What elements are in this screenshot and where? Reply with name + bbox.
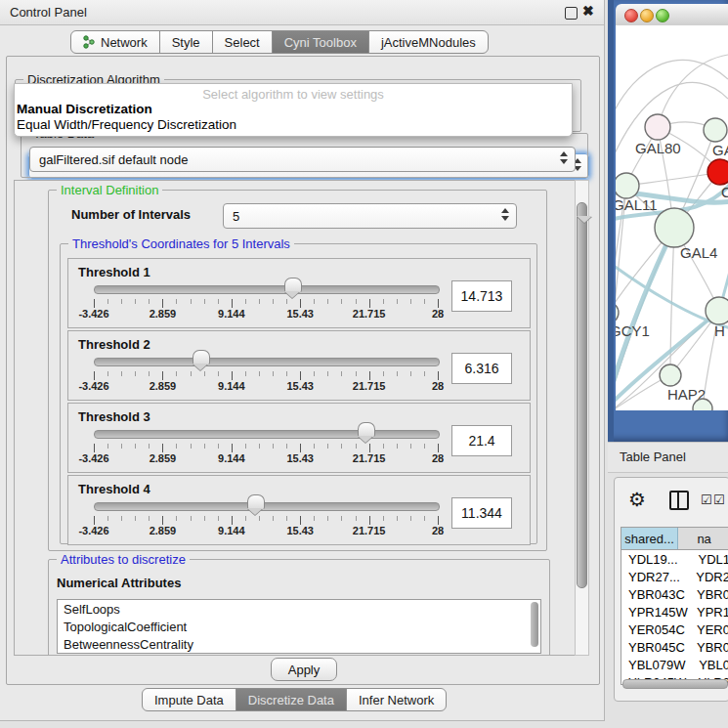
popup-option-manual-discretization[interactable]: Manual Discretization: [17, 102, 152, 116]
number-of-intervals-combobox[interactable]: 5: [223, 203, 517, 229]
threshold-value-field[interactable]: 21.4: [451, 425, 512, 456]
network-node-label: GA: [712, 142, 728, 158]
table-row[interactable]: YBR045CYBR0: [621, 638, 728, 656]
network-node[interactable]: [616, 302, 619, 323]
thresholds-list: Threshold 1-3.4262.8599.14415.4321.71528…: [67, 258, 531, 547]
float-window-icon[interactable]: [565, 7, 578, 20]
slider-track[interactable]: [94, 502, 440, 511]
network-node[interactable]: [655, 208, 694, 247]
number-of-intervals-value: 5: [233, 209, 239, 224]
table-row[interactable]: YPR145WYPR1: [621, 603, 728, 621]
tick-label: -3.426: [78, 525, 108, 536]
panel-scrollbar[interactable]: [575, 180, 589, 656]
network-node-label: GCY1: [616, 322, 650, 339]
mac-close-button[interactable]: [624, 9, 638, 22]
table-cell: YDL19...: [621, 552, 695, 567]
table-row[interactable]: YER054CYER0: [621, 621, 728, 638]
list-scrollbar[interactable]: [531, 602, 538, 647]
tab-jactivemnodules[interactable]: jActiveMNodules: [368, 30, 489, 54]
tick-label: 21.715: [353, 525, 386, 536]
slider-track[interactable]: [94, 285, 440, 294]
network-node[interactable]: [704, 118, 727, 142]
group-title: Threshold's Coordinates for 5 Intervals: [68, 236, 294, 251]
table-row[interactable]: YDR27...YDR2: [621, 568, 728, 585]
attributes-group: Attributes to discretize Numerical Attri…: [48, 559, 550, 656]
table-row[interactable]: YBR043CYBR0: [621, 585, 728, 603]
slider-thumb[interactable]: [247, 494, 265, 509]
threshold-value-field[interactable]: 11.344: [451, 497, 512, 529]
threshold-panel-1: Threshold 1-3.4262.8599.14415.4321.71528…: [67, 258, 531, 328]
table-data-combobox[interactable]: galFiltered.sif default node: [29, 147, 576, 172]
tab-discretize-data[interactable]: Discretize Data: [236, 688, 347, 711]
slider-thumb[interactable]: [284, 278, 302, 292]
apply-button[interactable]: Apply: [271, 658, 337, 681]
column-header-shared[interactable]: shared...: [621, 528, 678, 549]
table-toolbar: ⚙ ☑ ☑: [615, 484, 728, 519]
table-cell: YBL079W: [621, 658, 696, 672]
network-node-label: C: [721, 184, 728, 200]
tab-network[interactable]: Network: [70, 30, 160, 54]
network-node[interactable]: [616, 173, 639, 198]
tick-label: -3.426: [78, 308, 108, 320]
tick-label: 2.859: [150, 452, 177, 464]
table-row[interactable]: YDL19...YDL1: [621, 550, 728, 568]
tab-style[interactable]: Style: [159, 30, 213, 54]
table-row[interactable]: YBL079WYBL0: [621, 656, 728, 673]
network-node[interactable]: [707, 159, 728, 185]
slider-thumb[interactable]: [193, 350, 210, 364]
table-cell: YDR27...: [621, 570, 693, 584]
network-node[interactable]: [645, 114, 670, 140]
tick-label: 28: [432, 452, 444, 464]
table-panel-window: ⚙ ☑ ☑ shared... na YDL19...YDL1YDR27...Y…: [614, 477, 728, 702]
tab-impute-data[interactable]: Impute Data: [142, 688, 236, 711]
attribute-list-item[interactable]: BetweennessCentrality: [58, 635, 540, 653]
threshold-value-field[interactable]: 6.316: [451, 353, 512, 384]
tick-label: 15.43: [286, 452, 314, 464]
gear-icon[interactable]: ⚙: [628, 488, 646, 511]
scrollbar-thumb[interactable]: [577, 202, 587, 588]
network-canvas[interactable]: GAL80GACGAL11GAL4GCY1HHAP2: [616, 25, 728, 410]
slider-track[interactable]: [94, 430, 440, 439]
network-view-window: GAL80GACGAL11GAL4GCY1HHAP2: [608, 0, 728, 442]
network-node-label: GAL11: [616, 196, 658, 213]
network-node[interactable]: [660, 364, 681, 386]
column-header-name[interactable]: na: [678, 528, 728, 549]
tick-label: 21.715: [353, 380, 386, 392]
table-cell: YBR045C: [621, 640, 694, 655]
table-cell: YPR145W: [621, 605, 694, 620]
mac-minimize-button[interactable]: [640, 9, 654, 22]
close-icon[interactable]: ✖: [582, 3, 594, 19]
checkbox-icon[interactable]: ☑: [713, 492, 725, 507]
table-cell: YBR0: [694, 587, 728, 602]
slider-thumb[interactable]: [358, 422, 375, 437]
split-columns-icon[interactable]: [669, 491, 689, 510]
network-window-titlebar: [616, 4, 728, 26]
thresholds-group: Threshold's Coordinates for 5 Intervals …: [60, 243, 537, 544]
slider-track[interactable]: [94, 358, 440, 366]
mac-zoom-button[interactable]: [656, 9, 669, 22]
threshold-panel-3: Threshold 3-3.4262.8599.14415.4321.71528…: [67, 403, 531, 473]
bottom-tab-bar: Impute Data Discretize Data Infer Networ…: [142, 688, 447, 711]
window-title: Control Panel: [10, 5, 87, 20]
combo-arrows-icon: [560, 151, 568, 164]
table-cell: YDR2: [693, 570, 728, 584]
table-panel-titlebar: Table Panel: [608, 442, 728, 473]
popup-option-equal-width-frequency[interactable]: Equal Width/Frequency Discretization: [17, 117, 236, 132]
threshold-value-field[interactable]: 14.713: [451, 280, 512, 312]
interval-definition-group: Interval Definition Number of Intervals …: [48, 190, 547, 551]
table-body: YDL19...YDL1YDR27...YDR2YBR043CYBR0YPR14…: [621, 550, 728, 685]
checkbox-icon[interactable]: ☑: [701, 492, 712, 507]
tab-cyni-toolbox[interactable]: Cyni Toolbox: [272, 30, 369, 54]
network-node[interactable]: [706, 297, 728, 324]
tab-select[interactable]: Select: [212, 30, 273, 54]
combo-arrows-icon: [501, 208, 509, 221]
attribute-list-item[interactable]: TopologicalCoefficient: [58, 618, 540, 635]
tick-label: -3.426: [78, 452, 108, 464]
attribute-list-item[interactable]: SelfLoops: [58, 600, 540, 618]
tick-label: 9.144: [218, 380, 245, 392]
tab-infer-network[interactable]: Infer Network: [346, 688, 447, 711]
tab-label: Network: [101, 35, 148, 50]
table-cell: YER0: [694, 622, 728, 637]
table-horizontal-scrollbar[interactable]: [622, 679, 728, 689]
numerical-attributes-list[interactable]: SelfLoopsTopologicalCoefficientBetweenne…: [57, 599, 541, 654]
